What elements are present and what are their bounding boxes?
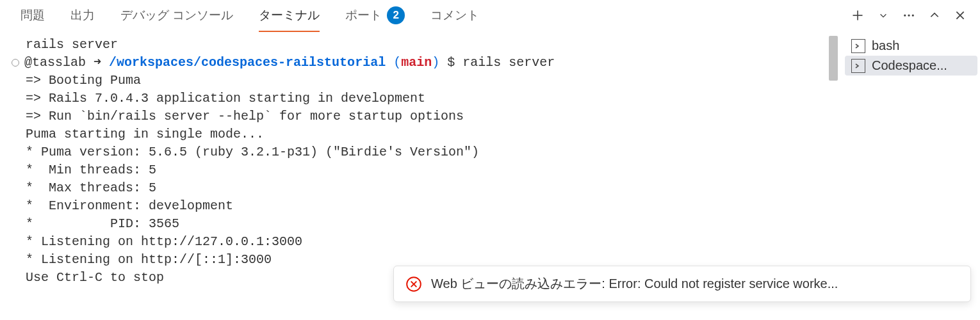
svg-point-2 xyxy=(904,14,906,16)
error-icon xyxy=(405,276,422,292)
close-panel-button[interactable] xyxy=(953,8,967,22)
terminal-text: * Environment: development xyxy=(26,197,233,215)
maximize-panel-button[interactable] xyxy=(927,8,942,22)
terminal-icon xyxy=(851,59,865,73)
prompt-branch-close: ) xyxy=(432,54,439,72)
tab-debug-console[interactable]: デバッグ コンソール xyxy=(108,0,246,31)
tab-terminal[interactable]: ターミナル xyxy=(246,0,332,31)
notification-message: Web ビューの読み込みエラー: Error: Could not regist… xyxy=(431,275,838,292)
terminal-dropdown-button[interactable] xyxy=(876,8,890,22)
terminal-list-item-codespace[interactable]: Codespace... xyxy=(845,56,977,76)
terminal-text: Puma starting in single mode... xyxy=(26,125,264,143)
tab-comments[interactable]: コメント xyxy=(418,0,492,31)
terminal-text: * Min threads: 5 xyxy=(26,161,156,179)
terminal-text: => Rails 7.0.4.3 application starting in… xyxy=(26,90,433,108)
prompt-arrow: ➜ xyxy=(86,54,109,72)
ports-count-badge: 2 xyxy=(387,6,405,24)
terminal-list-item-bash[interactable]: bash xyxy=(845,36,977,56)
terminal-text: * Listening on http://127.0.0.1:3000 xyxy=(26,233,302,251)
prompt-command: rails server xyxy=(462,54,555,72)
terminal-scrollbar[interactable] xyxy=(829,36,838,81)
terminal-text: * Max threads: 5 xyxy=(26,179,156,197)
terminal-text: * Puma version: 5.6.5 (ruby 3.2.1-p31) (… xyxy=(26,143,479,161)
terminal-text: => Booting Puma xyxy=(26,72,141,90)
new-terminal-button[interactable] xyxy=(851,8,865,22)
terminal-text: rails server xyxy=(26,36,118,54)
terminal-text: => Run `bin/rails server --help` for mor… xyxy=(26,108,464,125)
tab-actions xyxy=(851,8,972,22)
prompt-dollar: $ xyxy=(439,54,462,72)
prompt-branch: main xyxy=(401,54,432,72)
terminal-text: * PID: 3565 xyxy=(26,215,179,233)
terminal-text: * Listening on http://[::1]:3000 xyxy=(26,251,272,269)
terminal-text: Use Ctrl-C to stop xyxy=(26,269,164,287)
svg-point-3 xyxy=(908,14,910,16)
tab-ports[interactable]: ポート 2 xyxy=(332,0,418,32)
tabs-container: 問題 出力 デバッグ コンソール ターミナル ポート 2 コメント xyxy=(8,0,851,32)
prompt-marker-icon xyxy=(12,59,19,67)
tab-ports-label: ポート xyxy=(345,7,382,24)
more-actions-button[interactable] xyxy=(902,8,916,22)
terminal-entry-label: Codespace... xyxy=(872,58,947,73)
svg-point-4 xyxy=(912,14,914,16)
terminal-entry-label: bash xyxy=(872,38,899,53)
tab-output[interactable]: 出力 xyxy=(58,0,108,31)
panel-tab-bar: 問題 出力 デバッグ コンソール ターミナル ポート 2 コメント xyxy=(0,0,980,31)
prompt-branch-open: ( xyxy=(386,54,401,72)
error-notification[interactable]: Web ビューの読み込みエラー: Error: Could not regist… xyxy=(393,266,971,302)
prompt-path: /workspaces/codespaces-railstutorial xyxy=(109,54,386,72)
terminal-icon xyxy=(851,39,865,53)
tab-problems[interactable]: 問題 xyxy=(8,0,58,31)
prompt-user: @tasslab xyxy=(24,54,86,72)
